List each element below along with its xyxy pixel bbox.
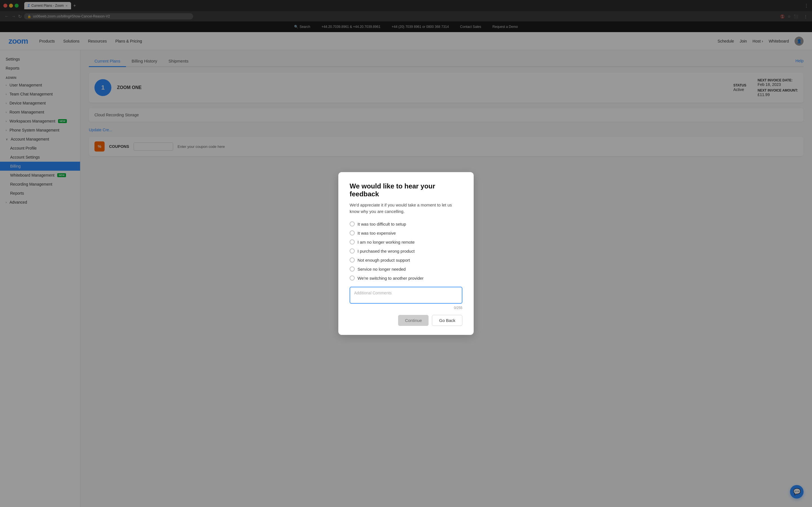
- radio-label-6: Service no longer needed: [357, 267, 406, 272]
- radio-item-1[interactable]: It was too difficult to setup: [350, 221, 462, 226]
- radio-label-3: I am no longer working remote: [357, 240, 415, 244]
- modal-buttons: Continue Go Back: [350, 315, 462, 326]
- modal-subtitle: We'd appreciate it if you would take a m…: [350, 202, 462, 215]
- char-count: 0/255: [350, 306, 462, 310]
- radio-circle-6: [350, 267, 355, 272]
- radio-circle-1: [350, 221, 355, 226]
- radio-circle-4: [350, 248, 355, 253]
- radio-label-7: We're switching to another provider: [357, 276, 423, 281]
- radio-label-5: Not enough product support: [357, 258, 410, 263]
- radio-circle-5: [350, 258, 355, 263]
- radio-label-4: I purchased the wrong product: [357, 249, 415, 253]
- modal-overlay: We would like to hear your feedback We'd…: [0, 0, 812, 507]
- radio-circle-7: [350, 276, 355, 281]
- modal-title: We would like to hear your feedback: [350, 182, 462, 198]
- radio-item-7[interactable]: We're switching to another provider: [350, 276, 462, 281]
- additional-comments-textarea[interactable]: [350, 287, 462, 304]
- radio-label-1: It was too difficult to setup: [357, 222, 406, 226]
- radio-item-3[interactable]: I am no longer working remote: [350, 239, 462, 244]
- feedback-modal: We would like to hear your feedback We'd…: [338, 172, 474, 335]
- radio-label-2: It was too expensive: [357, 231, 396, 235]
- radio-circle-3: [350, 239, 355, 244]
- radio-item-2[interactable]: It was too expensive: [350, 230, 462, 235]
- radio-item-6[interactable]: Service no longer needed: [350, 267, 462, 272]
- radio-item-4[interactable]: I purchased the wrong product: [350, 248, 462, 253]
- continue-button[interactable]: Continue: [398, 315, 428, 326]
- reason-radio-group: It was too difficult to setup It was too…: [350, 221, 462, 281]
- radio-circle-2: [350, 230, 355, 235]
- radio-item-5[interactable]: Not enough product support: [350, 258, 462, 263]
- go-back-button[interactable]: Go Back: [432, 315, 462, 326]
